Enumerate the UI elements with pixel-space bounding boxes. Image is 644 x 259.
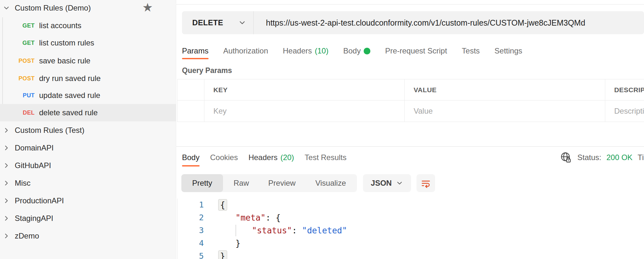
tab-tests[interactable]: Tests bbox=[462, 43, 480, 59]
method-badge: GET bbox=[3, 40, 35, 46]
request-name: dry run saved rule bbox=[39, 74, 101, 83]
response-view-bar: Pretty Raw Preview Visualize JSON bbox=[181, 174, 435, 192]
response-body-viewer: 1 { 2 "meta": { 3 "status": "deleted" 4 … bbox=[177, 198, 644, 259]
description-column-header: DESCRIPTION bbox=[605, 79, 644, 100]
fold-toggle[interactable]: { bbox=[218, 199, 227, 211]
chevron-right-icon[interactable] bbox=[3, 197, 10, 205]
body-present-dot-icon bbox=[364, 48, 370, 54]
collection-custom-rules-test[interactable]: Custom Rules (Test) bbox=[0, 122, 176, 139]
chevron-down-icon bbox=[396, 179, 403, 187]
request-list-accounts[interactable]: GET list accounts bbox=[0, 17, 176, 34]
request-update-saved-rule[interactable]: PUT update saved rule bbox=[0, 87, 176, 104]
method-badge: PUT bbox=[3, 92, 35, 99]
request-name: list accounts bbox=[39, 21, 81, 30]
collection-productionapi[interactable]: ProductionAPI bbox=[0, 192, 176, 209]
collection-domainapi[interactable]: DomainAPI bbox=[0, 139, 176, 157]
view-pretty[interactable]: Pretty bbox=[181, 174, 223, 192]
collection-name: DomainAPI bbox=[15, 143, 54, 152]
request-name: list custom rules bbox=[39, 38, 94, 47]
request-dry-run-saved-rule[interactable]: POST dry run saved rule bbox=[0, 70, 176, 87]
key-input[interactable]: Key bbox=[213, 107, 227, 116]
request-panel: DELETE https://us-west-2-api-test.cloudc… bbox=[176, 0, 644, 259]
line-number[interactable]: 1 bbox=[178, 198, 204, 211]
status-label: Status: bbox=[577, 153, 601, 162]
collection-name: StagingAPI bbox=[15, 214, 53, 223]
request-tabs: Params Authorization Headers (10) Body P… bbox=[182, 43, 522, 59]
table-row: Key Value Description bbox=[178, 100, 644, 122]
code-line-2: 2 "meta": { bbox=[178, 211, 644, 224]
response-headers-count: (20) bbox=[280, 153, 294, 162]
response-meta: Status: 200 OK Ti bbox=[560, 149, 644, 166]
line-number[interactable]: 2 bbox=[178, 211, 204, 224]
chevron-right-icon[interactable] bbox=[3, 179, 10, 187]
response-section-divider bbox=[176, 146, 644, 147]
line-number[interactable]: 5 bbox=[178, 250, 204, 259]
chevron-right-icon[interactable] bbox=[3, 232, 10, 240]
tab-params[interactable]: Params bbox=[182, 43, 209, 59]
method-badge: DEL bbox=[3, 109, 35, 116]
word-wrap-icon bbox=[420, 178, 431, 189]
chevron-down-icon[interactable] bbox=[3, 4, 10, 12]
code-line-3: 3 "status": "deleted" bbox=[178, 224, 644, 237]
code-line-5: 5 } bbox=[178, 250, 644, 259]
tab-authorization[interactable]: Authorization bbox=[223, 43, 268, 59]
tab-pre-request-script[interactable]: Pre-request Script bbox=[385, 43, 447, 59]
table-header-row: KEY VALUE DESCRIPTION bbox=[178, 79, 644, 100]
collection-githubapi[interactable]: GitHubAPI bbox=[0, 157, 176, 174]
collection-name: Misc bbox=[15, 179, 30, 188]
line-number[interactable]: 4 bbox=[178, 237, 204, 250]
chevron-right-icon[interactable] bbox=[3, 214, 10, 222]
url-input[interactable]: https://us-west-2-api-test.cloudconformi… bbox=[266, 18, 585, 28]
view-raw[interactable]: Raw bbox=[223, 174, 260, 192]
collection-name: ProductionAPI bbox=[15, 196, 64, 205]
request-delete-saved-rule[interactable]: DEL delete saved rule bbox=[0, 104, 176, 121]
value-input[interactable]: Value bbox=[414, 107, 433, 116]
method-selector[interactable]: DELETE bbox=[182, 11, 254, 34]
response-tab-headers[interactable]: Headers (20) bbox=[248, 149, 294, 166]
chevron-right-icon[interactable] bbox=[3, 162, 10, 169]
line-number[interactable]: 3 bbox=[178, 224, 204, 237]
network-ssl-globe-lock-icon[interactable] bbox=[560, 151, 572, 164]
request-list-custom-rules[interactable]: GET list custom rules bbox=[0, 34, 176, 52]
collection-zdemo[interactable]: zDemo bbox=[0, 227, 176, 245]
code-line-4: 4 } bbox=[178, 237, 644, 250]
status-value: 200 OK bbox=[607, 153, 632, 162]
collection-custom-rules-demo[interactable]: Custom Rules (Demo) ★ bbox=[0, 0, 176, 17]
view-visualize[interactable]: Visualize bbox=[304, 174, 357, 192]
collection-misc[interactable]: Misc bbox=[0, 174, 176, 192]
view-preview[interactable]: Preview bbox=[260, 174, 304, 192]
tab-strip-divider bbox=[176, 4, 644, 4]
tab-settings[interactable]: Settings bbox=[494, 43, 522, 59]
chevron-down-icon bbox=[238, 19, 246, 27]
collection-name: Custom Rules (Test) bbox=[15, 126, 84, 135]
tab-headers[interactable]: Headers (10) bbox=[283, 43, 328, 59]
query-params-title: Query Params bbox=[182, 66, 232, 75]
response-tab-test-results[interactable]: Test Results bbox=[305, 149, 347, 166]
collections-sidebar: Custom Rules (Demo) ★ GET list accounts … bbox=[0, 0, 176, 259]
request-name: delete saved rule bbox=[39, 108, 98, 117]
row-handle bbox=[178, 101, 204, 122]
time-label: Ti bbox=[638, 153, 644, 162]
query-params-table: KEY VALUE DESCRIPTION Key Value Descript… bbox=[177, 79, 644, 122]
response-tab-body[interactable]: Body bbox=[182, 149, 200, 166]
star-icon[interactable]: ★ bbox=[142, 0, 153, 16]
request-save-basic-rule[interactable]: POST save basic rule bbox=[0, 52, 176, 69]
wrap-text-button[interactable] bbox=[417, 174, 435, 192]
fold-toggle[interactable]: } bbox=[218, 250, 227, 259]
response-tab-cookies[interactable]: Cookies bbox=[210, 149, 238, 166]
collection-name: Custom Rules (Demo) bbox=[15, 4, 91, 12]
chevron-right-icon[interactable] bbox=[3, 126, 10, 134]
format-dropdown[interactable]: JSON bbox=[363, 174, 411, 192]
tab-body[interactable]: Body bbox=[343, 43, 370, 59]
chevron-right-icon[interactable] bbox=[3, 144, 10, 152]
url-bar: DELETE https://us-west-2-api-test.cloudc… bbox=[182, 11, 644, 34]
key-column-header: KEY bbox=[204, 79, 404, 100]
method-badge: GET bbox=[3, 22, 35, 29]
row-handle-column bbox=[178, 79, 204, 100]
code-line-1: 1 { bbox=[178, 198, 644, 211]
collection-name: zDemo bbox=[15, 231, 39, 240]
indent-guide bbox=[235, 225, 236, 236]
collection-stagingapi[interactable]: StagingAPI bbox=[0, 210, 176, 227]
request-name: update saved rule bbox=[39, 91, 100, 100]
description-input[interactable]: Description bbox=[614, 107, 644, 116]
